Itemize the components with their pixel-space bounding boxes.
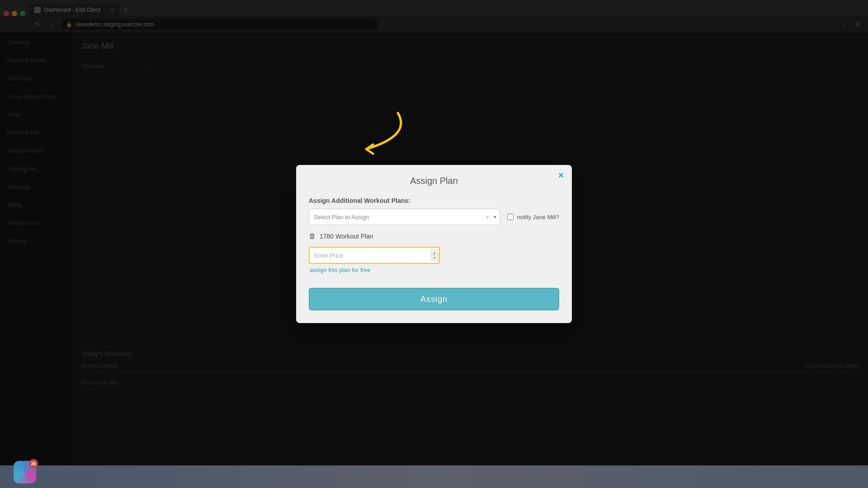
- assign-label: Assign Additional Workout Plans:: [309, 197, 559, 204]
- notify-row: notify Jane Mill?: [507, 214, 559, 221]
- price-input-wrapper: ▲ ▼: [309, 247, 440, 264]
- assign-free-link[interactable]: assign this plan for free: [310, 267, 559, 273]
- notify-checkbox[interactable]: [507, 214, 514, 220]
- workout-plan-row: 🗑 1780 Workout Plan: [309, 232, 559, 240]
- dock-badge: 26: [29, 459, 38, 468]
- price-spinner: ▲ ▼: [431, 250, 438, 261]
- plan-row: Select Plan to Assign × ▾ notify Jane Mi…: [309, 209, 559, 225]
- assign-plan-modal: ✕ Assign Plan Assign Additional Workout …: [296, 165, 572, 323]
- price-section: ▲ ▼ assign this plan for free: [309, 247, 559, 273]
- plan-select-dropdown[interactable]: Select Plan to Assign: [309, 209, 500, 225]
- modal-close-button[interactable]: ✕: [556, 170, 566, 180]
- workout-plan-name: 1780 Workout Plan: [320, 233, 373, 240]
- price-input[interactable]: [309, 247, 440, 264]
- dock-app-icon[interactable]: 26: [14, 461, 36, 483]
- notify-label: notify Jane Mill?: [517, 214, 559, 221]
- plan-select-clear-icon[interactable]: ×: [486, 214, 489, 221]
- plan-select-wrapper: Select Plan to Assign × ▾: [309, 209, 500, 225]
- price-increment-button[interactable]: ▲: [431, 250, 438, 255]
- workout-plan-icon: 🗑: [309, 232, 316, 240]
- modal-title: Assign Plan: [309, 176, 559, 186]
- assign-button[interactable]: Assign: [309, 288, 559, 310]
- price-decrement-button[interactable]: ▼: [431, 255, 438, 261]
